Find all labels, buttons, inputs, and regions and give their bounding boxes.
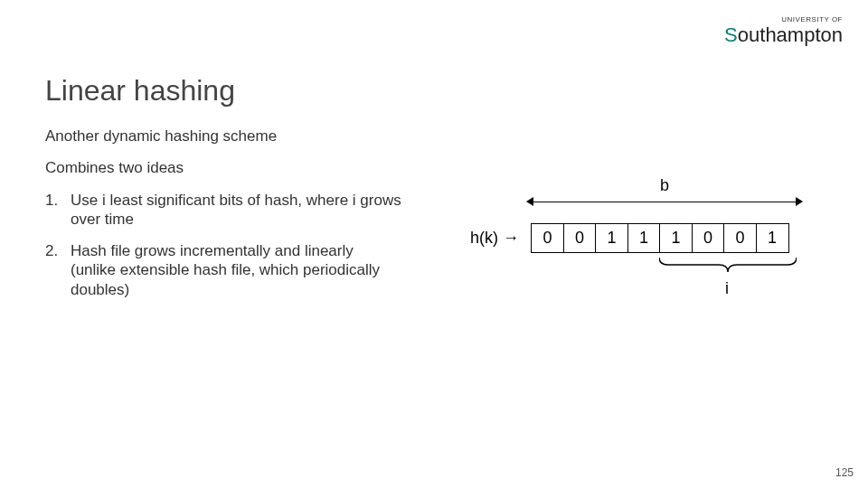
- logo-rest: outhampton: [738, 23, 843, 46]
- slide-body: Another dynamic hashing scheme Combines …: [45, 127, 434, 312]
- bit-cell: 0: [692, 223, 725, 253]
- paragraph-1: Another dynamic hashing scheme: [45, 127, 434, 145]
- bit-cell: 1: [659, 223, 693, 253]
- list-text: Use i least significant bits of hash, wh…: [71, 192, 401, 228]
- bit-cell: 1: [627, 223, 661, 253]
- logo-swoosh-letter: S: [724, 23, 738, 46]
- list-text: Hash file grows incrementally and linear…: [71, 242, 380, 298]
- numbered-list: 1. Use i least significant bits of hash,…: [45, 191, 434, 299]
- slide-title: Linear hashing: [45, 74, 235, 108]
- bit-cell: 0: [531, 223, 564, 253]
- arrow-right-icon: [796, 197, 803, 206]
- bit-cell: 1: [756, 223, 789, 253]
- university-logo: UNIVERSITY OF Southampton: [724, 16, 843, 45]
- page-number: 125: [835, 466, 854, 479]
- list-number: 2.: [45, 241, 58, 260]
- list-item: 1. Use i least significant bits of hash,…: [45, 191, 434, 230]
- paragraph-2: Combines two ideas: [45, 158, 434, 177]
- list-number: 1.: [45, 191, 58, 210]
- logo-subtitle: UNIVERSITY OF: [724, 16, 843, 23]
- bit-cell: 1: [595, 223, 628, 253]
- b-label: b: [660, 176, 669, 195]
- b-span-line: [531, 202, 798, 202]
- bit-cell: 0: [563, 223, 597, 253]
- list-item: 2. Hash file grows incrementally and lin…: [45, 241, 434, 299]
- curly-brace-icon: [659, 258, 797, 272]
- logo-title: Southampton: [724, 25, 843, 45]
- bit-cell: 0: [723, 223, 757, 253]
- i-label: i: [725, 279, 729, 298]
- bit-boxes: 0 0 1 1 1 0 0 1: [531, 223, 789, 253]
- hk-label: h(k) →: [470, 229, 519, 248]
